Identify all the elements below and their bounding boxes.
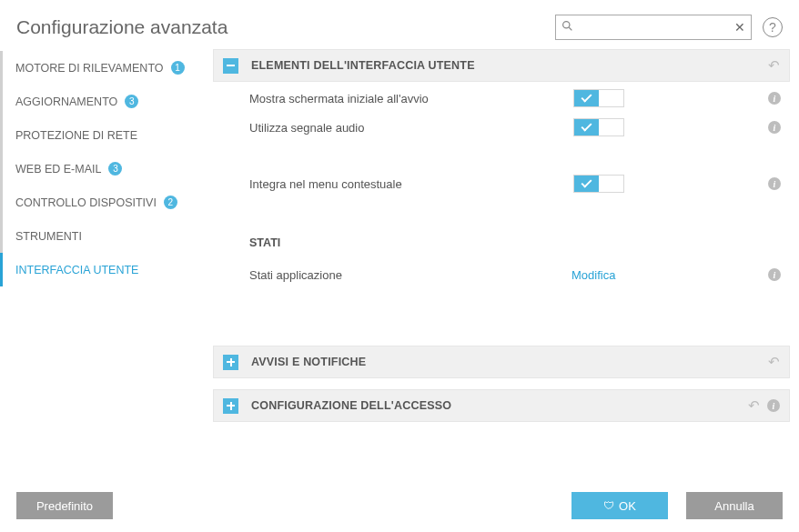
toggle-audio-signal[interactable]	[573, 118, 624, 136]
section-header-alerts[interactable]: AVVISI E NOTIFICHE ↶	[213, 346, 790, 378]
section-title: ELEMENTI DELL'INTERFACCIA UTENTE	[251, 59, 763, 72]
collapse-icon[interactable]	[223, 58, 238, 74]
cancel-button[interactable]: Annulla	[686, 492, 783, 519]
footer: Predefinito 🛡OK Annulla	[0, 479, 799, 532]
sidebar-badge: 3	[125, 95, 138, 108]
setting-row: Integra nel menu contestuale i	[213, 169, 790, 198]
section-title: AVVISI E NOTIFICHE	[251, 356, 763, 368]
svg-line-1	[569, 27, 571, 30]
ok-label: OK	[619, 499, 636, 513]
clear-search-icon[interactable]: ✕	[734, 20, 745, 35]
info-icon[interactable]: i	[768, 268, 781, 281]
setting-row: Stati applicazione Modifica i	[213, 260, 790, 289]
sidebar-item-label: PROTEZIONE DI RETE	[15, 129, 137, 142]
sidebar-item-label: WEB ED E-MAIL	[15, 163, 101, 176]
reset-icon[interactable]: ↶	[768, 354, 780, 370]
toggle-context-menu[interactable]	[573, 175, 624, 193]
header: Configurazione avanzata ✕ ?	[0, 0, 799, 49]
sidebar-item-detection-engine[interactable]: MOTORE DI RILEVAMENTO 1	[0, 51, 213, 85]
shield-icon: 🛡	[603, 499, 614, 512]
help-button[interactable]: ?	[763, 17, 783, 37]
search-icon	[561, 20, 573, 35]
section-subheader-states: STATI	[213, 226, 790, 260]
sidebar-item-network-protection[interactable]: PROTEZIONE DI RETE	[0, 118, 213, 152]
sidebar-item-label: STRUMENTI	[15, 230, 82, 243]
info-icon[interactable]: i	[768, 177, 781, 190]
setting-label: Mostra schermata iniziale all'avvio	[249, 92, 571, 105]
content: ELEMENTI DELL'INTERFACCIA UTENTE ↶ Mostr…	[213, 49, 799, 484]
info-icon[interactable]: i	[767, 399, 780, 412]
edit-states-link[interactable]: Modifica	[571, 268, 630, 282]
sidebar-badge: 2	[164, 196, 177, 209]
sidebar-item-tools[interactable]: STRUMENTI	[0, 219, 213, 253]
section-title: CONFIGURAZIONE DELL'ACCESSO	[251, 399, 743, 412]
sidebar-item-label: CONTROLLO DISPOSITIVI	[15, 196, 157, 209]
section-header-ui-elements[interactable]: ELEMENTI DELL'INTERFACCIA UTENTE ↶	[213, 49, 790, 82]
section-header-access[interactable]: CONFIGURAZIONE DELL'ACCESSO ↶ i	[213, 389, 790, 422]
setting-label: Utilizza segnale audio	[249, 121, 571, 135]
setting-row: Utilizza segnale audio i	[213, 113, 790, 142]
reset-icon[interactable]: ↶	[748, 397, 760, 414]
search-input[interactable]	[577, 21, 734, 35]
sidebar-item-label: MOTORE DI RILEVAMENTO	[15, 62, 164, 75]
info-icon[interactable]: i	[768, 92, 781, 105]
setting-label: Integra nel menu contestuale	[249, 177, 571, 191]
sidebar-item-device-control[interactable]: CONTROLLO DISPOSITIVI 2	[0, 186, 213, 219]
setting-label: Stati applicazione	[249, 268, 571, 282]
sidebar-item-web-email[interactable]: WEB ED E-MAIL 3	[0, 152, 213, 186]
page-title: Configurazione avanzata	[16, 16, 555, 38]
sidebar-item-user-interface[interactable]: INTERFACCIA UTENTE	[0, 253, 213, 286]
info-icon[interactable]: i	[768, 121, 781, 134]
sidebar-item-label: INTERFACCIA UTENTE	[15, 264, 138, 276]
expand-icon[interactable]	[223, 398, 238, 414]
sidebar-item-label: AGGIORNAMENTO	[15, 95, 117, 108]
setting-row: Mostra schermata iniziale all'avvio i	[213, 84, 790, 113]
sidebar-item-update[interactable]: AGGIORNAMENTO 3	[0, 85, 213, 118]
search-input-wrap[interactable]: ✕	[555, 15, 752, 40]
svg-point-0	[563, 22, 570, 28]
sidebar-badge: 1	[171, 61, 185, 75]
reset-icon[interactable]: ↶	[768, 57, 780, 74]
ok-button[interactable]: 🛡OK	[571, 492, 668, 519]
sidebar: MOTORE DI RILEVAMENTO 1 AGGIORNAMENTO 3 …	[0, 49, 213, 484]
toggle-splash-screen[interactable]	[573, 89, 624, 107]
default-button[interactable]: Predefinito	[16, 492, 113, 519]
expand-icon[interactable]	[223, 355, 238, 370]
sidebar-badge: 3	[108, 162, 122, 176]
